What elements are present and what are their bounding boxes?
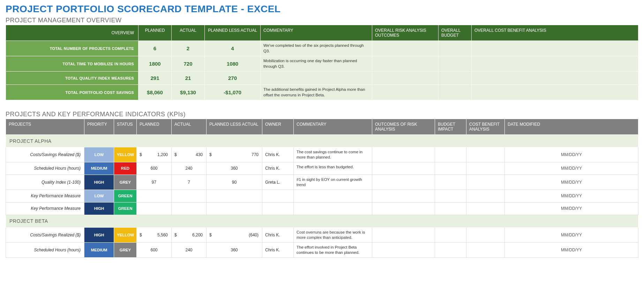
overview-planned[interactable]: 291	[138, 72, 172, 85]
overview-actual[interactable]: 720	[172, 56, 205, 72]
kpi-risk[interactable]	[372, 227, 435, 242]
kpi-date[interactable]: MM/DD/YY	[505, 147, 638, 162]
status-badge[interactable]: RED	[114, 162, 137, 175]
kpi-commentary[interactable]: The cost savings continue to come in mor…	[294, 147, 372, 162]
kpi-costbenefit[interactable]	[466, 147, 505, 162]
priority-badge[interactable]: HIGH	[84, 227, 114, 242]
overview-diff[interactable]: 270	[205, 72, 261, 85]
kpi-risk[interactable]	[372, 147, 435, 162]
kpi-risk[interactable]	[372, 162, 435, 175]
kpi-commentary[interactable]: #1 in sight by EOY on current growth tre…	[294, 175, 372, 190]
priority-badge[interactable]: LOW	[84, 190, 114, 202]
kpi-budget[interactable]	[435, 147, 466, 162]
kpi-date[interactable]: MM/DD/YY	[505, 190, 638, 202]
overview-actual[interactable]: 2	[172, 41, 205, 56]
overview-costbenefit[interactable]	[472, 85, 638, 100]
overview-risk[interactable]	[372, 56, 439, 72]
overview-actual[interactable]: 21	[172, 72, 205, 85]
overview-diff[interactable]: 4	[205, 41, 261, 56]
status-badge[interactable]: GREY	[114, 175, 137, 190]
kpi-budget[interactable]	[435, 227, 466, 242]
overview-planned[interactable]: 6	[138, 41, 172, 56]
kpi-costbenefit[interactable]	[466, 190, 505, 202]
kpi-planned[interactable]: $1,200	[137, 147, 172, 162]
priority-badge[interactable]: MEDIUM	[84, 242, 114, 257]
status-badge[interactable]: GREEN	[114, 190, 137, 202]
priority-badge[interactable]: HIGH	[84, 175, 114, 190]
kpi-owner[interactable]: Chris K.	[262, 227, 294, 242]
kpi-diff[interactable]: 360	[207, 162, 262, 175]
overview-costbenefit[interactable]	[472, 41, 638, 56]
kpi-owner[interactable]: Greta L.	[262, 175, 294, 190]
kpi-actual[interactable]: 240	[172, 162, 207, 175]
overview-commentary[interactable]: Mobilization is occurring one day faster…	[261, 56, 372, 72]
kpi-budget[interactable]	[435, 175, 466, 190]
kpi-commentary[interactable]: Cost overruns are because the work is mo…	[294, 227, 372, 242]
kpi-planned[interactable]	[137, 190, 172, 202]
kpi-actual[interactable]	[172, 202, 207, 215]
status-badge[interactable]: YELLOW	[114, 147, 137, 162]
kpi-planned[interactable]: 600	[137, 162, 172, 175]
kpi-costbenefit[interactable]	[466, 227, 505, 242]
kpi-budget[interactable]	[435, 242, 466, 257]
kpi-costbenefit[interactable]	[466, 242, 505, 257]
overview-commentary[interactable]: The additional benefits gained in Projec…	[261, 85, 372, 100]
kpi-actual[interactable]: 240	[172, 242, 207, 257]
overview-risk[interactable]	[372, 85, 439, 100]
kpi-planned[interactable]: 600	[137, 242, 172, 257]
priority-badge[interactable]: LOW	[84, 147, 114, 162]
kpi-budget[interactable]	[435, 190, 466, 202]
kpi-date[interactable]: MM/DD/YY	[505, 202, 638, 215]
overview-diff[interactable]: 1080	[205, 56, 261, 72]
kpi-budget[interactable]	[435, 202, 466, 215]
kpi-planned[interactable]	[137, 202, 172, 215]
kpi-commentary[interactable]: The effort is less than budgeted.	[294, 162, 372, 175]
kpi-commentary[interactable]: The effort involved in Project Beta cont…	[294, 242, 372, 257]
overview-commentary[interactable]	[261, 72, 372, 85]
kpi-risk[interactable]	[372, 202, 435, 215]
kpi-diff[interactable]	[207, 190, 262, 202]
kpi-budget[interactable]	[435, 162, 466, 175]
kpi-diff[interactable]: $(640)	[207, 227, 262, 242]
kpi-owner[interactable]: Chris K.	[262, 147, 294, 162]
kpi-planned[interactable]: $5,560	[137, 227, 172, 242]
kpi-costbenefit[interactable]	[466, 202, 505, 215]
kpi-risk[interactable]	[372, 175, 435, 190]
kpi-date[interactable]: MM/DD/YY	[505, 227, 638, 242]
priority-badge[interactable]: MEDIUM	[84, 162, 114, 175]
kpi-risk[interactable]	[372, 242, 435, 257]
kpi-diff[interactable]	[207, 202, 262, 215]
kpi-diff[interactable]: 360	[207, 242, 262, 257]
kpi-date[interactable]: MM/DD/YY	[505, 175, 638, 190]
kpi-actual[interactable]: 7	[172, 175, 207, 190]
kpi-planned[interactable]: 97	[137, 175, 172, 190]
kpi-risk[interactable]	[372, 190, 435, 202]
kpi-commentary[interactable]	[294, 202, 372, 215]
kpi-date[interactable]: MM/DD/YY	[505, 242, 638, 257]
kpi-diff[interactable]: $770	[207, 147, 262, 162]
overview-costbenefit[interactable]	[472, 56, 638, 72]
kpi-owner[interactable]: Chris K.	[262, 242, 294, 257]
overview-risk[interactable]	[372, 41, 439, 56]
kpi-owner[interactable]	[262, 202, 294, 215]
status-badge[interactable]: GREEN	[114, 202, 137, 215]
overview-actual[interactable]: $9,130	[172, 85, 205, 100]
overview-budget[interactable]	[439, 41, 472, 56]
priority-badge[interactable]: HIGH	[84, 202, 114, 215]
overview-planned[interactable]: 1800	[138, 56, 172, 72]
kpi-actual[interactable]: $6,200	[172, 227, 207, 242]
status-badge[interactable]: YELLOW	[114, 227, 137, 242]
overview-budget[interactable]	[439, 56, 472, 72]
overview-budget[interactable]	[439, 85, 472, 100]
status-badge[interactable]: GREY	[114, 242, 137, 257]
overview-budget[interactable]	[439, 72, 472, 85]
kpi-date[interactable]: MM/DD/YY	[505, 162, 638, 175]
overview-commentary[interactable]: We've completed two of the six projects …	[261, 41, 372, 56]
kpi-actual[interactable]: $430	[172, 147, 207, 162]
kpi-owner[interactable]: Chris K.	[262, 162, 294, 175]
kpi-actual[interactable]	[172, 190, 207, 202]
kpi-costbenefit[interactable]	[466, 162, 505, 175]
kpi-commentary[interactable]	[294, 190, 372, 202]
overview-costbenefit[interactable]	[472, 72, 638, 85]
kpi-diff[interactable]: 90	[207, 175, 262, 190]
